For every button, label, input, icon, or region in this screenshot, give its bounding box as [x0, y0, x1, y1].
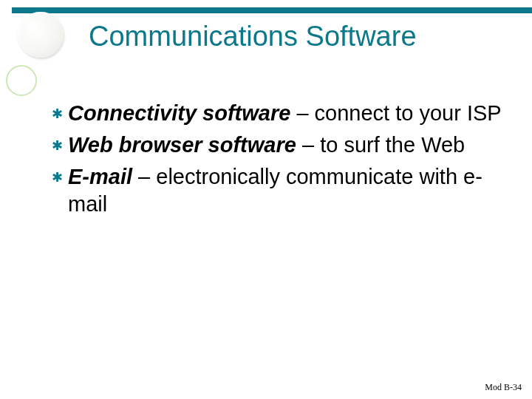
term: E-mail	[68, 165, 132, 188]
list-item: ✱ Web browser software – to surf the Web	[52, 132, 502, 159]
asterisk-icon: ✱	[52, 132, 68, 152]
slide-title: Communications Software	[89, 21, 502, 52]
asterisk-icon: ✱	[52, 163, 68, 184]
decorative-ring	[6, 65, 37, 96]
description: – to surf the Web	[296, 133, 465, 157]
list-item: ✱ Connectivity software – connect to you…	[52, 100, 502, 127]
slide-number: Mod B-34	[485, 382, 522, 393]
asterisk-icon: ✱	[52, 100, 68, 120]
list-item-text: Web browser software – to surf the Web	[68, 132, 502, 159]
list-item: ✱ E-mail – electronically communicate wi…	[52, 163, 502, 218]
term: Web browser software	[68, 133, 296, 157]
decorative-sphere	[18, 12, 64, 58]
top-rule	[0, 7, 532, 13]
content-area: ✱ Connectivity software – connect to you…	[52, 100, 502, 222]
description: – connect to your ISP	[290, 101, 501, 125]
list-item-text: Connectivity software – connect to your …	[68, 100, 502, 127]
term: Connectivity software	[68, 101, 290, 125]
list-item-text: E-mail – electronically communicate with…	[68, 163, 502, 218]
